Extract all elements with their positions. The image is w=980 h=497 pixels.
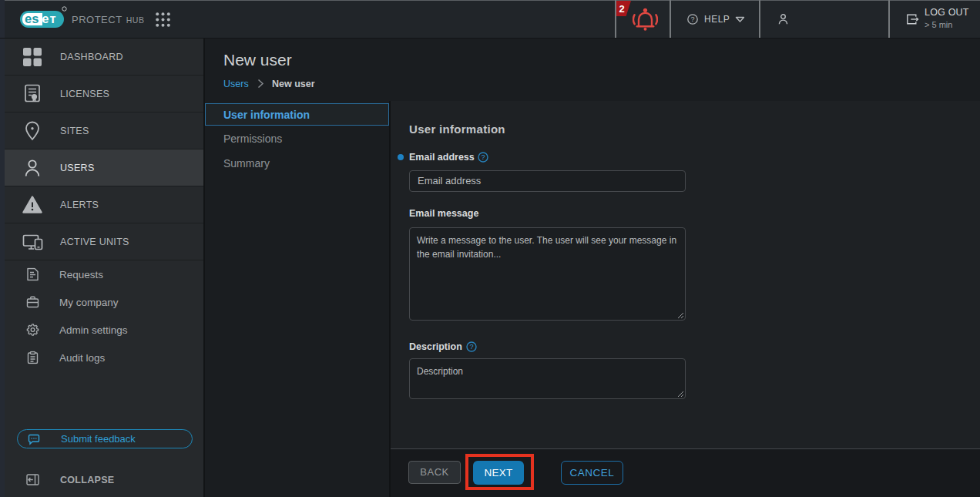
svg-text:?: ? (481, 153, 485, 161)
svg-text:?: ? (690, 15, 694, 23)
svg-text:2: 2 (619, 3, 624, 15)
svg-text:?: ? (469, 343, 473, 351)
